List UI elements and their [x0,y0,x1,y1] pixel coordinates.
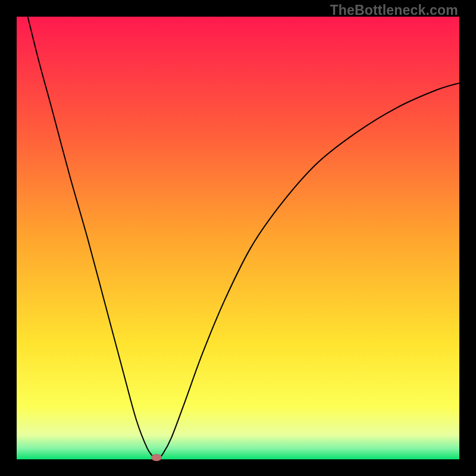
watermark-text: TheBottleneck.com [330,2,458,18]
bottleneck-curve [17,17,459,459]
optimal-point-marker [151,454,162,461]
